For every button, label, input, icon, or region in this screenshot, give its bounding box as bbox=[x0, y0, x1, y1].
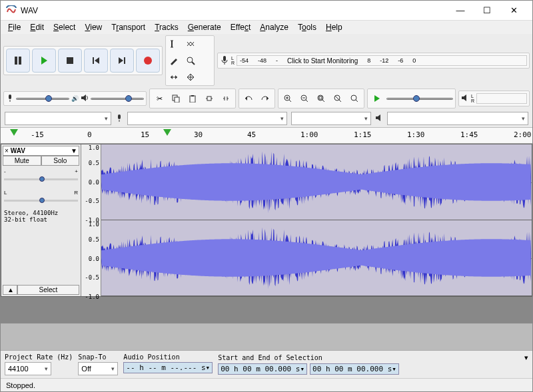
multi-tool[interactable] bbox=[183, 70, 198, 85]
close-button[interactable]: ✕ bbox=[500, 1, 527, 20]
zoom-toolbar bbox=[278, 89, 364, 108]
status-text: Stopped. bbox=[6, 381, 35, 389]
trim-button[interactable] bbox=[202, 91, 217, 106]
zoom-toggle-button[interactable] bbox=[347, 91, 362, 106]
track-name[interactable]: WAV bbox=[11, 147, 71, 154]
draw-tool[interactable] bbox=[167, 53, 181, 68]
selection-mode-dropdown[interactable]: ▾ bbox=[524, 353, 528, 362]
play-device-combo[interactable]: ▾ bbox=[387, 112, 528, 125]
vertical-scale[interactable]: 1.00.50.0-0.5-1.01.00.50.0-0.5-1.0 bbox=[81, 144, 101, 296]
stop-button[interactable] bbox=[58, 49, 82, 73]
playback-speed-slider[interactable] bbox=[386, 94, 453, 103]
menu-select[interactable]: Select bbox=[49, 21, 80, 33]
speaker-icon bbox=[375, 114, 383, 123]
record-meter[interactable]: -54 -48 - Click to Start Monitoring 8 -1… bbox=[237, 55, 527, 66]
timeline-tick: 1:45 bbox=[460, 130, 478, 139]
redo-button[interactable] bbox=[258, 91, 272, 106]
skip-start-button[interactable] bbox=[84, 49, 108, 73]
menu-edit[interactable]: Edit bbox=[25, 21, 49, 33]
undo-button[interactable] bbox=[241, 91, 256, 106]
menu-transport[interactable]: Transport bbox=[107, 21, 150, 33]
selection-tool[interactable] bbox=[167, 37, 181, 51]
scale-label: 0.5 bbox=[89, 160, 99, 166]
svg-rect-29 bbox=[207, 97, 211, 100]
svg-rect-0 bbox=[15, 57, 17, 65]
waveform-left[interactable] bbox=[101, 144, 532, 220]
zoom-out-button[interactable] bbox=[297, 91, 312, 106]
mute-button[interactable]: Mute bbox=[3, 156, 41, 166]
rec-device-combo[interactable]: ▾ bbox=[127, 112, 287, 125]
rec-volume-slider[interactable] bbox=[16, 94, 69, 103]
svg-rect-26 bbox=[175, 97, 179, 102]
tracks-empty-area[interactable] bbox=[1, 297, 532, 323]
cut-button[interactable]: ✂ bbox=[152, 91, 167, 106]
zoom-in-button[interactable] bbox=[280, 91, 295, 106]
pan-slider[interactable]: LR bbox=[4, 190, 78, 206]
menu-analyze[interactable]: Analyze bbox=[255, 21, 293, 33]
menu-effect[interactable]: Effect bbox=[226, 21, 255, 33]
svg-marker-2 bbox=[41, 57, 47, 65]
rec-channels-combo[interactable]: ▾ bbox=[291, 112, 371, 125]
fit-selection-button[interactable] bbox=[314, 91, 328, 106]
play-volume-slider[interactable] bbox=[91, 94, 144, 103]
svg-point-45 bbox=[318, 95, 323, 100]
menu-file[interactable]: File bbox=[3, 21, 25, 33]
waveform-area[interactable] bbox=[101, 144, 532, 296]
scale-label: 1.0 bbox=[89, 144, 99, 151]
menu-tools[interactable]: Tools bbox=[293, 21, 321, 33]
svg-marker-15 bbox=[171, 75, 173, 79]
selection-end-value[interactable]: 00 h 00 m 00.000 s▾ bbox=[310, 363, 399, 375]
menu-help[interactable]: Help bbox=[321, 21, 347, 33]
envelope-tool[interactable] bbox=[183, 37, 198, 51]
svg-point-12 bbox=[187, 57, 193, 63]
silence-button[interactable] bbox=[219, 91, 233, 106]
selection-start-value[interactable]: 00 h 00 m 00.000 s▾ bbox=[218, 363, 307, 375]
play-at-speed-button[interactable] bbox=[370, 91, 384, 106]
svg-rect-47 bbox=[319, 97, 322, 99]
play-meter[interactable] bbox=[476, 93, 527, 104]
skip-end-button[interactable] bbox=[110, 49, 134, 73]
minimize-button[interactable]: — bbox=[447, 1, 474, 20]
zoom-tool[interactable] bbox=[183, 53, 198, 68]
scale-label: -0.5 bbox=[85, 274, 99, 281]
track-select-button[interactable]: Select bbox=[17, 285, 79, 295]
quick-play-head[interactable] bbox=[10, 129, 18, 136]
audio-host-combo[interactable]: ▾ bbox=[5, 112, 111, 125]
solo-button[interactable]: Solo bbox=[41, 156, 80, 166]
timeshift-tool[interactable] bbox=[167, 70, 181, 85]
timeline-ruler[interactable]: -1501530451:001:151:301:452:002:15 bbox=[1, 128, 532, 144]
snap-to-combo[interactable]: Off▾ bbox=[78, 362, 118, 375]
collapse-button[interactable]: ▲ bbox=[3, 285, 17, 295]
track: × WAV ▼ Mute Solo -+ LR Stereo, 44100Hz … bbox=[1, 144, 532, 297]
scale-label: 0.5 bbox=[89, 236, 99, 243]
svg-marker-54 bbox=[462, 95, 466, 101]
paste-button[interactable] bbox=[185, 91, 200, 106]
svg-line-49 bbox=[339, 100, 341, 102]
track-menu-button[interactable]: ▼ bbox=[71, 147, 77, 154]
scale-label: -1.0 bbox=[85, 294, 99, 300]
menu-view[interactable]: View bbox=[80, 21, 107, 33]
fit-project-button[interactable] bbox=[330, 91, 345, 106]
rec-vol-max-icon: 🔊 bbox=[71, 95, 79, 102]
svg-line-52 bbox=[356, 100, 358, 102]
project-rate-combo[interactable]: 44100▾ bbox=[5, 362, 51, 375]
meter-tick: 0 bbox=[412, 57, 416, 64]
record-button[interactable] bbox=[136, 49, 160, 73]
timeline-tick: 1:15 bbox=[354, 130, 372, 139]
audio-position-value[interactable]: -- h -- m --.--- s▾ bbox=[123, 362, 213, 373]
waveform-right[interactable] bbox=[101, 220, 532, 296]
meter-tick: -54 bbox=[240, 57, 249, 64]
mic-icon[interactable] bbox=[220, 55, 229, 66]
undo-toolbar bbox=[239, 89, 275, 108]
pause-button[interactable] bbox=[6, 49, 30, 73]
gain-slider[interactable]: -+ bbox=[4, 168, 78, 184]
quick-play-head[interactable] bbox=[163, 129, 171, 136]
transport-toolbar bbox=[3, 46, 163, 75]
copy-button[interactable] bbox=[169, 91, 183, 106]
menubar: File Edit Select View Transport Tracks G… bbox=[1, 21, 532, 34]
maximize-button[interactable]: ☐ bbox=[474, 1, 500, 20]
menu-tracks[interactable]: Tracks bbox=[150, 21, 183, 33]
track-close-button[interactable]: × bbox=[5, 147, 9, 154]
play-button[interactable] bbox=[32, 49, 56, 73]
menu-generate[interactable]: Generate bbox=[183, 21, 226, 33]
